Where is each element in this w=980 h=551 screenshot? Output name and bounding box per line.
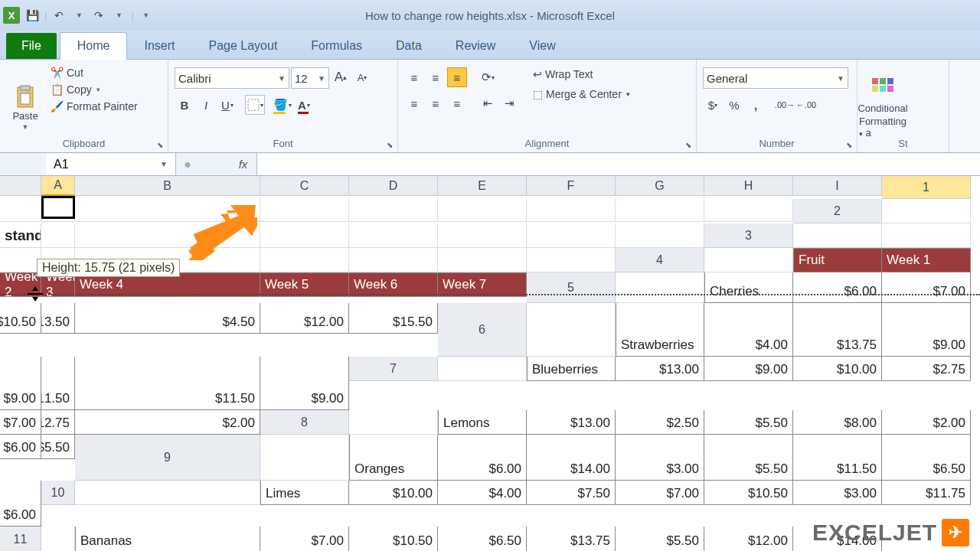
row-header-7[interactable]: 7 xyxy=(349,357,438,381)
cell-D10[interactable]: $4.00 xyxy=(438,481,527,505)
cell-G2[interactable] xyxy=(438,223,527,248)
cell-B2[interactable]: Fruit stand sales xyxy=(0,223,41,248)
cell-H10[interactable]: $3.00 xyxy=(793,481,882,505)
cell-C7[interactable]: $13.00 xyxy=(616,357,704,381)
cell-C2[interactable] xyxy=(41,223,75,248)
row-header-6[interactable]: 6 xyxy=(438,303,527,357)
align-left-icon[interactable]: ≡ xyxy=(404,93,424,113)
column-header-C[interactable]: C xyxy=(260,176,349,196)
cell-I5[interactable]: $15.50 xyxy=(349,303,438,334)
alignment-launcher-icon[interactable]: ⬊ xyxy=(683,139,694,150)
cell-H3[interactable] xyxy=(438,248,527,272)
tab-home[interactable]: Home xyxy=(60,32,128,60)
cell-C3[interactable] xyxy=(0,248,41,272)
save-icon[interactable]: 💾 xyxy=(24,8,40,23)
column-header-F[interactable]: F xyxy=(527,176,616,196)
cell-D8[interactable]: $2.50 xyxy=(616,410,704,435)
cell-C10[interactable]: $10.00 xyxy=(349,481,438,505)
worksheet[interactable]: ABCDEFGHI12Fruit stand sales34FruitWeek … xyxy=(0,176,980,551)
grow-font-icon[interactable]: A▴ xyxy=(331,67,351,87)
clipboard-launcher-icon[interactable]: ⬊ xyxy=(155,139,165,150)
cell-F11[interactable]: $13.75 xyxy=(527,527,616,551)
cell-A9[interactable] xyxy=(260,435,349,481)
comma-icon[interactable]: , xyxy=(746,95,766,115)
decrease-decimal-icon[interactable]: ←.00 xyxy=(796,95,816,115)
increase-indent-icon[interactable]: ⇥ xyxy=(499,93,519,113)
percent-icon[interactable]: % xyxy=(724,95,744,115)
cell-I9[interactable]: $6.00 xyxy=(0,481,41,527)
cell-A6[interactable] xyxy=(527,303,616,357)
cell-B3[interactable] xyxy=(882,223,971,248)
column-header-A[interactable]: A xyxy=(41,176,75,196)
cell-C4[interactable]: Week 1 xyxy=(882,248,971,272)
cell-F9[interactable]: $5.50 xyxy=(704,435,793,481)
tab-file[interactable]: File xyxy=(6,33,57,59)
row-resize-cursor-icon[interactable] xyxy=(28,285,43,307)
cell-A10[interactable] xyxy=(75,481,260,505)
row-header-9[interactable]: 9 xyxy=(75,435,260,481)
qat-customize-icon[interactable]: ▼ xyxy=(139,8,154,23)
cell-F3[interactable] xyxy=(260,248,349,272)
cell-E5[interactable]: $10.50 xyxy=(0,303,41,334)
cell-G5[interactable]: $4.50 xyxy=(75,303,260,334)
cell-D5[interactable]: $7.00 xyxy=(882,272,971,303)
tab-review[interactable]: Review xyxy=(439,33,512,59)
cell-H1[interactable] xyxy=(616,199,704,222)
cell-G1[interactable] xyxy=(527,199,616,222)
name-box-dropdown-icon[interactable]: ▼ xyxy=(160,160,168,168)
cell-B6[interactable]: Strawberries xyxy=(616,303,704,357)
cell-D11[interactable]: $10.50 xyxy=(349,527,438,551)
number-format-combo[interactable]: General▼ xyxy=(703,67,848,89)
tab-data[interactable]: Data xyxy=(379,33,439,59)
cell-E11[interactable]: $6.50 xyxy=(438,527,527,551)
cell-F1[interactable] xyxy=(438,199,527,222)
cell-B1[interactable] xyxy=(41,199,75,222)
cell-G9[interactable]: $11.50 xyxy=(793,435,882,481)
cell-B4[interactable]: Fruit xyxy=(793,248,882,272)
redo-icon[interactable]: ↷ xyxy=(91,8,106,23)
currency-icon[interactable]: $▾ xyxy=(703,95,723,115)
cell-F6[interactable]: $9.00 xyxy=(0,357,41,410)
orientation-icon[interactable]: ⟳▾ xyxy=(478,67,498,87)
cell-F5[interactable]: $13.50 xyxy=(41,303,75,334)
row-header-8[interactable]: 8 xyxy=(260,410,349,435)
cell-G7[interactable]: $7.00 xyxy=(0,410,41,435)
align-bottom-icon[interactable]: ≡ xyxy=(447,67,467,87)
tab-view[interactable]: View xyxy=(512,33,572,59)
cell-A11[interactable] xyxy=(41,527,75,551)
cell-E2[interactable] xyxy=(260,223,349,248)
cell-I1[interactable] xyxy=(704,199,793,222)
cell-E9[interactable]: $3.00 xyxy=(616,435,704,481)
align-top-icon[interactable]: ≡ xyxy=(404,67,424,87)
cell-F2[interactable] xyxy=(349,223,438,248)
increase-decimal-icon[interactable]: .00→ xyxy=(775,95,795,115)
row-header-1[interactable]: 1 xyxy=(882,176,971,199)
redo-dropdown-icon[interactable]: ▼ xyxy=(111,8,126,23)
row-header-2[interactable]: 2 xyxy=(793,199,882,223)
select-all-corner[interactable] xyxy=(0,176,41,196)
cell-G10[interactable]: $10.50 xyxy=(704,481,793,505)
merge-center-button[interactable]: ⬚Merge & Center▾ xyxy=(530,87,633,101)
font-name-combo[interactable]: Calibri▼ xyxy=(175,67,289,89)
cell-D7[interactable]: $9.00 xyxy=(704,357,793,381)
align-right-icon[interactable]: ≡ xyxy=(447,93,467,113)
row-header-11[interactable]: 11 xyxy=(0,527,41,551)
cell-C6[interactable]: $4.00 xyxy=(704,303,793,357)
column-header-G[interactable]: G xyxy=(616,176,704,196)
cell-I8[interactable]: $5.50 xyxy=(41,435,75,459)
cell-A4[interactable] xyxy=(704,248,793,272)
cell-B10[interactable]: Limes xyxy=(260,481,349,505)
cell-C5[interactable]: $6.00 xyxy=(793,272,882,303)
fx-icon[interactable]: fx xyxy=(230,153,257,175)
cell-I2[interactable] xyxy=(616,223,704,248)
cell-H6[interactable]: $11.50 xyxy=(75,357,260,410)
cell-A2[interactable] xyxy=(882,199,971,223)
cell-H5[interactable]: $12.00 xyxy=(260,303,349,334)
fill-color-button[interactable]: 🪣▾ xyxy=(273,95,292,115)
cell-E6[interactable]: $9.00 xyxy=(882,303,971,357)
copy-button[interactable]: 📋Copy▾ xyxy=(47,83,141,96)
cell-G6[interactable]: $11.50 xyxy=(41,357,75,410)
column-header-B[interactable]: B xyxy=(75,176,260,196)
cell-G11[interactable]: $5.50 xyxy=(616,527,704,551)
paste-dropdown-icon[interactable]: ▼ xyxy=(22,123,29,131)
